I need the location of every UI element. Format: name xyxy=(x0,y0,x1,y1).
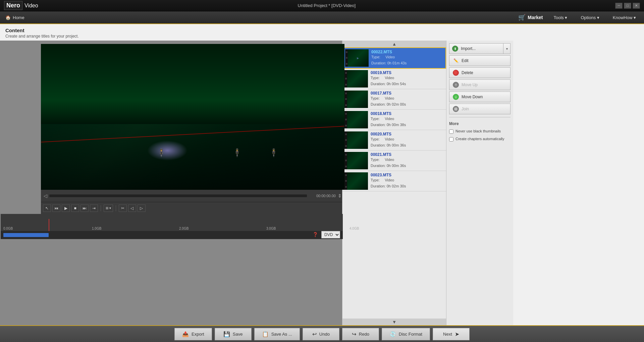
create-chapters-row: Create chapters automatically xyxy=(449,136,511,141)
restore-button[interactable]: □ xyxy=(624,3,631,9)
undo-icon: ↩ xyxy=(312,331,317,337)
next-button[interactable]: Next ➤ xyxy=(433,328,470,340)
file-thumbnail-0: ▶ xyxy=(345,49,369,67)
thumb-film-1 xyxy=(344,70,368,88)
list-item[interactable]: 00017.MTS Type: VideoDuration: 0h 02m 00… xyxy=(342,89,446,110)
market-icon: 🛒 xyxy=(518,14,526,21)
knowhow-chevron-icon: ▾ xyxy=(634,15,636,20)
file-list-scroll[interactable]: ▶ 00022.MTS Type: VideoDuration: 0h 01m … xyxy=(342,47,446,319)
undo-button[interactable]: ↩ Undo xyxy=(303,328,339,340)
disc-format-button[interactable]: 💿 Disc Format xyxy=(382,328,430,340)
time-slider[interactable] xyxy=(49,194,307,197)
file-meta-3: Type: VideoDuration: 0h 00m 38s xyxy=(371,116,444,128)
tools-menu[interactable]: Tools ▾ xyxy=(551,14,570,21)
prev-frame-button[interactable]: ⏮ xyxy=(52,205,60,212)
trim-left-button[interactable]: ◁ xyxy=(128,205,136,212)
file-info-0: 00022.MTS Type: VideoDuration: 0h 01m 43… xyxy=(371,50,443,66)
export-button[interactable]: 📤 Export xyxy=(174,328,212,340)
minimize-button[interactable]: ─ xyxy=(615,3,623,9)
move-up-label: Move Up xyxy=(462,82,478,87)
home-menu-item[interactable]: 🏠 Home xyxy=(5,15,24,20)
performer-1: 🕴 xyxy=(156,148,166,158)
work-area: 🕴 🕴 🕴 ◁ 00:00:00.00 ⇕ ↖ ⏮ ▶ ■ ⏭ xyxy=(0,41,644,325)
separator-1 xyxy=(101,205,101,211)
list-item[interactable]: ▶ 00022.MTS Type: VideoDuration: 0h 01m … xyxy=(342,47,446,69)
save-button[interactable]: 💾 Save xyxy=(215,328,252,340)
move-down-button[interactable]: ↓ Move Down xyxy=(449,92,511,102)
section-title: Content xyxy=(5,27,639,33)
list-item[interactable]: 00020.MTS Type: VideoDuration: 0h 00m 36… xyxy=(342,130,446,151)
create-chapters-label: Create chapters automatically xyxy=(455,136,504,141)
list-item[interactable]: 00019.MTS Type: VideoDuration: 0h 00m 54… xyxy=(342,69,446,89)
join-label: Join xyxy=(462,107,469,111)
menu-bar: 🏠 Home 🛒 Market Tools ▾ Options ▾ KnowHo… xyxy=(0,11,644,24)
save-label: Save xyxy=(233,332,243,337)
select-tool-button[interactable]: ↖ xyxy=(43,205,51,212)
join-icon: ⊞ xyxy=(453,106,459,112)
export-label: Export xyxy=(192,332,204,337)
file-info-6: 00023.MTS Type: VideoDuration: 0h 02m 30… xyxy=(371,173,444,189)
window-controls[interactable]: ─ □ ✕ xyxy=(615,3,640,9)
stage-light xyxy=(147,140,187,161)
file-name-4: 00020.MTS xyxy=(371,132,444,136)
file-thumbnail-5 xyxy=(344,152,368,169)
content-header: Content Create and arrange titles for yo… xyxy=(0,24,644,41)
timeline-marker-4: 4.0GB xyxy=(350,227,359,230)
undo-label: Undo xyxy=(319,332,330,337)
create-chapters-checkbox[interactable] xyxy=(449,137,453,141)
export-icon: 📤 xyxy=(182,331,189,337)
scroll-down-button[interactable]: ▼ xyxy=(342,319,446,325)
scroll-up-button[interactable]: ▲ xyxy=(342,41,446,47)
format-select[interactable]: DVD xyxy=(321,231,340,238)
end-button[interactable]: ⇥ xyxy=(90,205,98,212)
project-title: Untitled Project * [DVD-Video] xyxy=(38,3,615,8)
tools-chevron-icon: ▾ xyxy=(565,15,567,20)
stop-button[interactable]: ■ xyxy=(71,205,79,212)
video-panel: 🕴 🕴 🕴 ◁ 00:00:00.00 ⇕ ↖ ⏮ ▶ ■ ⏭ xyxy=(0,41,342,325)
delete-icon: 🚫 xyxy=(453,70,459,76)
file-thumbnail-6 xyxy=(344,172,368,190)
file-thumbnail-3 xyxy=(344,111,368,128)
list-item[interactable]: 00018.MTS Type: VideoDuration: 0h 00m 38… xyxy=(342,110,446,130)
move-up-button[interactable]: ↑ Move Up xyxy=(449,79,511,90)
edit-button[interactable]: ✏️ Edit xyxy=(449,55,511,66)
file-name-3: 00018.MTS xyxy=(371,111,444,116)
help-icon[interactable]: ❓ xyxy=(313,232,318,237)
expand-icon[interactable]: ⇕ xyxy=(338,193,342,198)
file-name-2: 00017.MTS xyxy=(371,91,444,96)
timeline-bar xyxy=(1,231,343,239)
next-frame-button[interactable]: ⏭ xyxy=(80,205,89,212)
scene-button[interactable]: ⊞ ▾ xyxy=(104,205,113,212)
timeline-marker-0: 0.0GB xyxy=(3,227,13,230)
next-label: Next xyxy=(443,332,452,337)
never-black-thumbnails-checkbox[interactable] xyxy=(449,129,453,134)
timeline-marker-2: 2.0GB xyxy=(179,227,189,230)
market-label: Market xyxy=(528,15,543,20)
trim-right-button[interactable]: ▷ xyxy=(138,205,146,212)
options-menu[interactable]: Options ▾ xyxy=(578,14,602,21)
market-button[interactable]: 🛒 Market xyxy=(518,14,543,21)
knowhow-menu[interactable]: KnowHow ▾ xyxy=(610,14,639,21)
bottom-bar: 📤 Export 💾 Save 📋 Save As ... ↩ Undo ↪ R… xyxy=(0,325,644,342)
cut-button[interactable]: ✂ xyxy=(119,205,127,212)
import-dropdown-button[interactable]: ▾ xyxy=(503,43,511,54)
never-black-thumb-row: Never use black thumbnails xyxy=(449,129,511,134)
join-button[interactable]: ⊞ Join xyxy=(449,104,511,114)
redo-button[interactable]: ↪ Redo xyxy=(342,328,379,340)
list-item[interactable]: 00023.MTS Type: VideoDuration: 0h 02m 30… xyxy=(342,171,446,191)
close-button[interactable]: ✕ xyxy=(633,3,640,9)
file-info-4: 00020.MTS Type: VideoDuration: 0h 00m 36… xyxy=(371,132,444,148)
save-icon: 💾 xyxy=(223,331,230,337)
import-button[interactable]: ⬆ Import... xyxy=(449,43,503,54)
timeline-marker-3: 3.0GB xyxy=(266,227,276,230)
save-as-button[interactable]: 📋 Save As ... xyxy=(254,328,300,340)
import-group: ⬆ Import... ▾ xyxy=(449,43,511,54)
play-button[interactable]: ▶ xyxy=(62,205,70,212)
list-item[interactable]: 00021.MTS Type: VideoDuration: 0h 00m 36… xyxy=(342,151,446,171)
app-product: Video xyxy=(24,3,38,9)
delete-button[interactable]: 🚫 Delete xyxy=(449,67,511,78)
move-up-icon: ↑ xyxy=(453,82,459,88)
performer-2: 🕴 xyxy=(232,148,242,158)
file-info-3: 00018.MTS Type: VideoDuration: 0h 00m 38… xyxy=(371,111,444,128)
import-icon: ⬆ xyxy=(452,46,458,52)
